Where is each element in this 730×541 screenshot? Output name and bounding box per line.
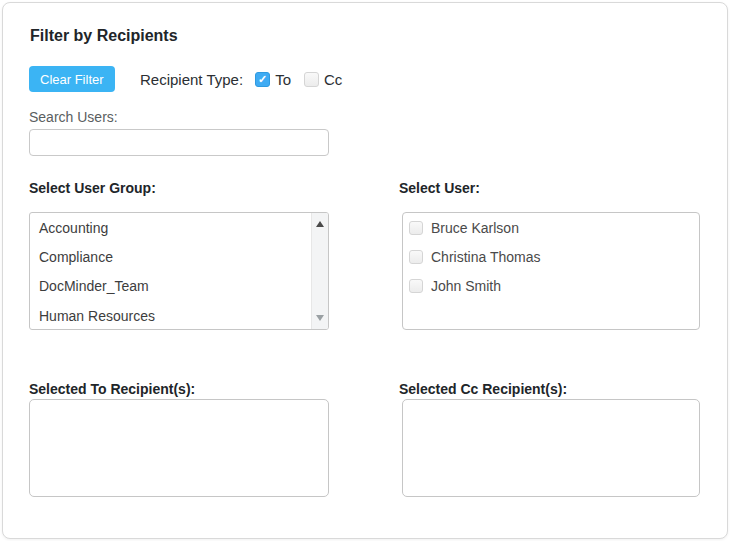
user-group-option[interactable]: Human Resources — [30, 301, 312, 330]
scroll-down-icon[interactable] — [316, 315, 324, 321]
select-user-group-label: Select User Group: — [29, 180, 156, 196]
user-checkbox[interactable]: ✓ — [409, 279, 423, 293]
clear-filter-button[interactable]: Clear Filter — [29, 66, 115, 92]
user-group-listbox[interactable]: Accounting Compliance DocMinder_Team Hum… — [29, 212, 329, 330]
selected-to-label: Selected To Recipient(s): — [29, 381, 195, 397]
user-name: Christina Thomas — [431, 249, 540, 265]
search-users-input[interactable] — [29, 129, 329, 156]
select-user-label: Select User: — [399, 180, 480, 196]
recipient-type-to: ✓ To — [255, 71, 291, 88]
page-title: Filter by Recipients — [30, 27, 178, 45]
recipient-type-label: Recipient Type: — [140, 71, 243, 88]
user-option[interactable]: ✓ Bruce Karlson — [403, 213, 699, 242]
selected-cc-label: Selected Cc Recipient(s): — [399, 381, 567, 397]
selected-to-listbox[interactable] — [29, 399, 329, 497]
cc-checkbox[interactable]: ✓ — [304, 72, 319, 87]
recipient-type-row: Recipient Type: ✓ To ✓ Cc — [140, 66, 355, 92]
selected-cc-listbox[interactable] — [402, 399, 700, 497]
user-option[interactable]: ✓ Christina Thomas — [403, 242, 699, 271]
to-checkbox[interactable]: ✓ — [255, 72, 270, 87]
check-icon: ✓ — [258, 74, 267, 85]
user-name: Bruce Karlson — [431, 220, 519, 236]
cc-checkbox-label[interactable]: Cc — [324, 71, 342, 88]
user-group-option[interactable]: DocMinder_Team — [30, 272, 312, 301]
user-group-option[interactable]: Accounting — [30, 213, 312, 242]
user-name: John Smith — [431, 278, 501, 294]
scroll-up-icon[interactable] — [316, 221, 324, 227]
recipient-type-cc: ✓ Cc — [304, 71, 342, 88]
user-group-option[interactable]: Compliance — [30, 242, 312, 271]
to-checkbox-label[interactable]: To — [275, 71, 291, 88]
user-checkbox[interactable]: ✓ — [409, 250, 423, 264]
user-checkbox[interactable]: ✓ — [409, 221, 423, 235]
user-option[interactable]: ✓ John Smith — [403, 272, 699, 301]
user-listbox[interactable]: ✓ Bruce Karlson ✓ Christina Thomas ✓ Joh… — [402, 212, 700, 330]
search-users-label: Search Users: — [29, 109, 118, 125]
listbox-scrollbar[interactable] — [311, 213, 328, 329]
